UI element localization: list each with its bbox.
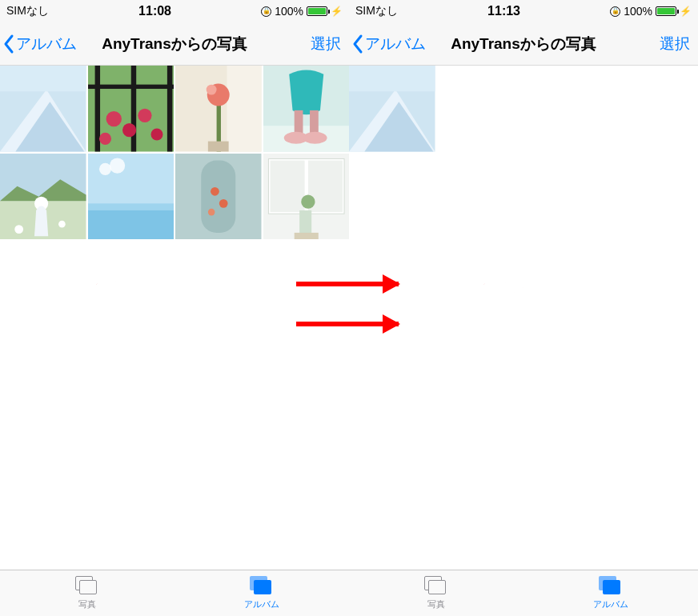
svg-point-36 [109,158,124,173]
orientation-lock-icon: 🔒 [261,6,271,17]
svg-rect-6 [130,66,135,152]
tab-albums[interactable]: アルバム [524,570,698,616]
photo-thumbnail[interactable] [175,66,262,152]
phone-before: SIMなし 11:08 🔒 100% ⚡ アルバム AnyTransからの写真 … [0,0,349,616]
content-area: 削除前 [0,66,349,570]
svg-rect-52 [349,66,435,91]
svg-point-11 [138,109,151,122]
albums-icon [599,576,623,597]
select-button[interactable]: 選択 [660,34,693,54]
svg-rect-19 [208,142,229,152]
svg-rect-15 [227,66,262,152]
clock-label: 11:08 [138,4,171,18]
svg-rect-48 [294,232,318,239]
chevron-left-icon [351,33,365,55]
annotation-after: 削除後 [440,266,536,310]
svg-point-30 [14,225,23,234]
photo-thumbnail[interactable] [349,66,435,152]
arrow-icon [296,322,399,326]
svg-rect-46 [299,210,311,235]
status-bar: SIMなし 11:08 🔒 100% ⚡ [0,0,349,22]
tab-albums[interactable]: アルバム [174,570,349,616]
battery-percent: 100% [275,5,303,18]
carrier-label: SIMなし [6,4,49,18]
charging-icon: ⚡ [331,6,343,17]
photo-thumbnail[interactable] [175,154,262,240]
tab-label: 写真 [78,598,96,610]
phone-after: SIMなし 11:13 🔒 100% ⚡ アルバム AnyTransからの写真 … [349,0,698,616]
tab-bar: 写真 アルバム [349,570,698,616]
chevron-left-icon [2,33,16,55]
svg-rect-33 [88,206,174,239]
albums-icon [250,576,274,597]
svg-point-47 [301,194,315,208]
tab-label: アルバム [593,598,628,610]
svg-point-35 [98,162,110,174]
back-button[interactable]: アルバム [2,33,77,55]
svg-rect-7 [166,66,171,152]
clock-label: 11:13 [487,4,520,18]
photo-thumbnail[interactable] [88,154,174,240]
status-bar: SIMなし 11:13 🔒 100% ⚡ [349,0,698,22]
svg-point-18 [207,85,217,95]
back-button[interactable]: アルバム [351,33,426,55]
svg-point-10 [122,123,136,137]
tab-photos[interactable]: 写真 [0,570,174,616]
svg-rect-38 [201,160,235,232]
photo-thumbnail[interactable] [0,154,86,240]
annotation-before: 削除前 [53,266,149,310]
status-right: 🔒 100% ⚡ [261,5,343,18]
svg-rect-8 [88,85,174,89]
svg-point-9 [106,111,121,126]
photo-grid [349,66,698,152]
back-label: アルバム [16,34,77,54]
svg-point-40 [219,198,228,207]
tab-bar: 写真 アルバム [0,570,349,616]
svg-point-25 [303,132,327,144]
tab-label: アルバム [244,598,279,610]
carrier-label: SIMなし [355,4,398,18]
svg-point-39 [211,186,219,195]
photos-icon [424,576,448,597]
svg-rect-3 [0,66,86,91]
arrow-icon [296,282,399,286]
orientation-lock-icon: 🔒 [610,6,620,17]
svg-rect-44 [270,160,304,212]
photo-thumbnail[interactable] [263,66,350,152]
battery-percent: 100% [624,5,652,18]
photos-icon [75,576,99,597]
nav-bar: アルバム AnyTransからの写真 選択 [0,22,349,66]
svg-point-13 [98,133,110,145]
battery-icon [656,6,676,16]
svg-rect-32 [88,154,174,207]
photo-thumbnail[interactable] [88,66,174,152]
battery-icon [307,6,327,16]
photo-thumbnail[interactable] [263,154,350,240]
photo-thumbnail[interactable] [0,66,86,152]
back-label: アルバム [365,34,426,54]
nav-bar: アルバム AnyTransからの写真 選択 [349,22,698,66]
charging-icon: ⚡ [680,6,692,17]
svg-rect-34 [88,203,174,210]
tab-label: 写真 [427,598,445,610]
content-area: 削除後 [349,66,698,570]
svg-point-41 [208,208,215,215]
select-button[interactable]: 選択 [311,34,344,54]
photo-grid [0,66,349,239]
tab-photos[interactable]: 写真 [349,570,524,616]
status-right: 🔒 100% ⚡ [610,5,692,18]
svg-point-12 [150,128,162,140]
svg-point-31 [58,220,66,227]
